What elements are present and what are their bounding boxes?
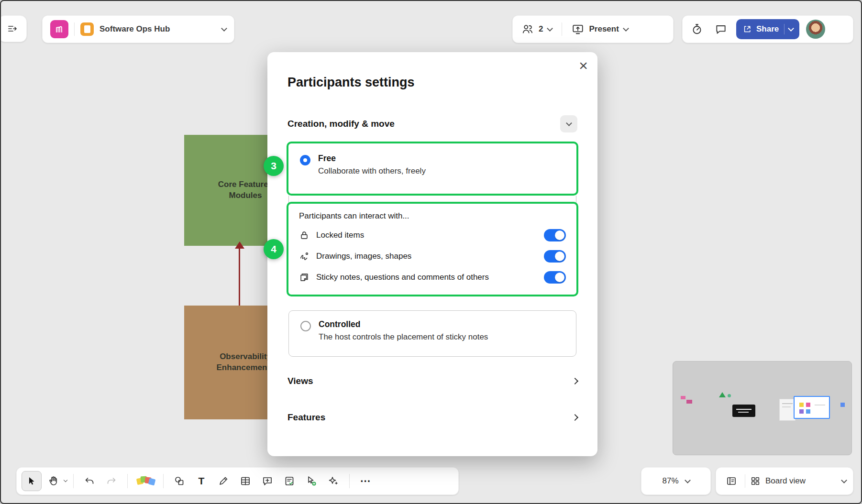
radio-controlled[interactable] <box>300 321 311 331</box>
chevron-down-icon <box>685 477 691 483</box>
connector-arrow-line[interactable] <box>239 248 240 306</box>
present-label[interactable]: Present <box>589 24 619 34</box>
redo-button[interactable] <box>101 471 122 491</box>
chevron-down-icon[interactable] <box>64 478 67 482</box>
features-label: Features <box>287 412 325 423</box>
app-logo-glyph <box>54 24 65 34</box>
divider <box>74 22 75 36</box>
radio-free[interactable] <box>300 155 310 165</box>
sparkle-icon <box>328 475 339 487</box>
close-icon[interactable]: × <box>579 58 588 73</box>
tools-toolbar: T <box>16 467 459 495</box>
ai-tool[interactable] <box>323 471 343 491</box>
interact-title: Participants can interact with... <box>299 211 566 221</box>
minimap[interactable] <box>673 361 852 455</box>
open-sidebar-button[interactable] <box>0 15 27 42</box>
text-tool[interactable]: T <box>191 471 211 491</box>
option-controlled[interactable]: Controlled The host controls the placeme… <box>288 310 576 357</box>
user-avatar[interactable] <box>806 20 825 39</box>
section-title: Creation, modify & move <box>287 119 395 129</box>
sidebar-toggle-icon <box>7 23 18 34</box>
more-tools-button[interactable]: ⋯ <box>355 471 376 491</box>
drawing-icon <box>299 251 309 262</box>
board-header: Software Ops Hub <box>42 15 234 43</box>
chat-button[interactable] <box>712 21 729 38</box>
select-tool[interactable] <box>22 471 42 491</box>
document-check-icon <box>284 475 295 487</box>
chevron-right-icon <box>572 378 578 384</box>
pen-icon <box>218 475 229 487</box>
interact-label: Sticky notes, questions and comments of … <box>316 273 537 282</box>
chevron-down-icon <box>566 120 572 126</box>
sticky-note-icon <box>299 272 309 283</box>
chevron-down-icon[interactable] <box>623 25 629 32</box>
toggle-locked-items[interactable] <box>544 229 566 241</box>
chevron-down-icon[interactable] <box>221 25 227 32</box>
interact-row-sticky-notes: Sticky notes, questions and comments of … <box>299 267 566 288</box>
participants-icon[interactable] <box>521 23 534 35</box>
toggle-drawings[interactable] <box>544 250 566 263</box>
section-creation-modify-move: Creation, modify & move <box>287 114 577 133</box>
reaction-tool[interactable] <box>301 471 321 491</box>
table-icon <box>240 475 251 487</box>
chat-icon <box>715 23 727 35</box>
share-label: Share <box>756 24 779 34</box>
option-free[interactable]: Free Collaborate with others, freely <box>288 144 576 194</box>
divider <box>349 474 350 488</box>
minimap-thumbnail <box>719 392 726 397</box>
interact-label: Drawings, images, shapes <box>316 252 537 261</box>
minimap-thumbnail <box>779 399 796 421</box>
interact-row-locked-items: Locked items <box>299 225 566 246</box>
shapes-tool[interactable] <box>169 471 189 491</box>
frames-icon <box>726 475 737 487</box>
hand-icon <box>48 475 59 487</box>
minimap-thumbnail <box>732 405 755 417</box>
interact-row-drawings: Drawings, images, shapes <box>299 246 566 267</box>
option-label: Free <box>318 153 426 164</box>
zoom-control[interactable]: 87% <box>641 467 711 495</box>
undo-button[interactable] <box>79 471 99 491</box>
participants-count: 2 <box>539 24 543 34</box>
board-view-label[interactable]: Board view <box>765 476 806 486</box>
card-tool[interactable] <box>279 471 299 491</box>
frames-button[interactable] <box>723 472 740 490</box>
lock-icon <box>299 230 309 241</box>
collapse-section-button[interactable] <box>560 115 577 132</box>
table-tool[interactable] <box>235 471 255 491</box>
undo-icon <box>84 475 95 487</box>
step-badge-3: 3 <box>264 156 284 176</box>
modal-title: Participants settings <box>287 75 415 90</box>
comment-plus-icon <box>262 475 273 487</box>
views-label: Views <box>287 376 313 386</box>
section-features[interactable]: Features <box>287 408 577 427</box>
timer-icon <box>691 23 703 35</box>
app-logo[interactable] <box>50 20 68 38</box>
actions-group: Share <box>682 15 853 43</box>
redo-icon <box>106 475 117 487</box>
interact-panel: Participants can interact with... Locked… <box>288 204 576 295</box>
reaction-icon <box>306 475 317 487</box>
divider <box>73 474 74 488</box>
board-icon <box>80 22 94 36</box>
cursor-icon <box>26 475 37 487</box>
chevron-down-icon[interactable] <box>547 25 553 32</box>
sticky-note-tool[interactable] <box>133 471 157 491</box>
comment-tool[interactable] <box>257 471 277 491</box>
toggle-sticky-notes[interactable] <box>544 271 566 284</box>
divider <box>127 474 128 488</box>
chevron-down-icon[interactable] <box>841 477 847 483</box>
ellipsis-icon: ⋯ <box>360 475 371 487</box>
minimap-viewport[interactable] <box>794 396 830 419</box>
chevron-down-icon[interactable] <box>788 25 794 32</box>
board-title[interactable]: Software Ops Hub <box>99 24 216 34</box>
timer-button[interactable] <box>688 21 706 38</box>
section-views[interactable]: Views <box>287 372 577 391</box>
hand-tool[interactable] <box>44 471 64 491</box>
share-button[interactable]: Share <box>736 19 799 39</box>
pen-tool[interactable] <box>213 471 233 491</box>
connector-arrow-head <box>235 241 244 249</box>
interact-label: Locked items <box>316 230 537 240</box>
present-icon <box>572 23 584 35</box>
share-icon <box>742 24 752 34</box>
option-description: The host controls the placement of stick… <box>319 332 488 342</box>
